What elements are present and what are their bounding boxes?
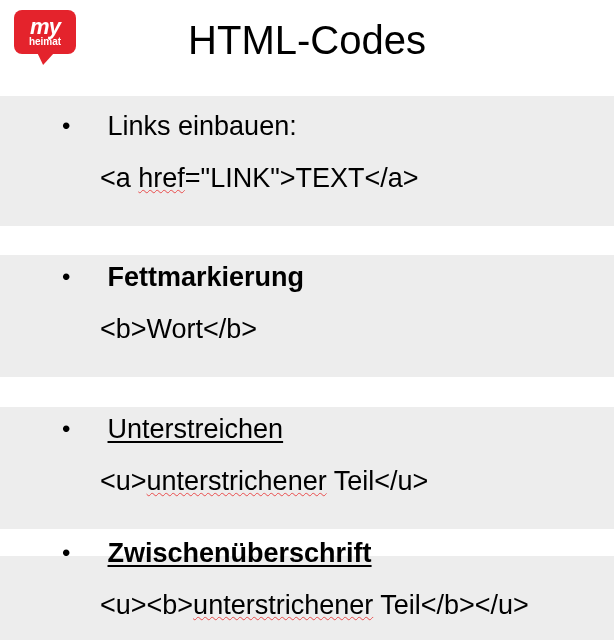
heading-text: Links einbauen: <box>108 111 297 141</box>
section-code: <b>Wort</b> <box>62 311 582 347</box>
section-heading: Unterstreichen <box>62 411 582 447</box>
section-heading: Zwischenüberschrift <box>62 535 582 571</box>
section-fettmarkierung: Fettmarkierung <b>Wort</b> <box>62 259 582 364</box>
section-zwischenueberschrift: Zwischenüberschrift <u><b>unterstrichene… <box>62 535 582 640</box>
section-code: <u><b>unterstrichener Teil</b></u> <box>62 587 582 623</box>
heading-text: Fettmarkierung <box>108 262 305 292</box>
section-code: <a href="LINK">TEXT</a> <box>62 160 582 196</box>
page-title: HTML-Codes <box>0 18 614 63</box>
code-fragment: unterstrichener <box>147 466 327 496</box>
code-fragment: unterstrichener <box>193 590 373 620</box>
heading-text: Zwischenüberschrift <box>108 538 372 568</box>
section-unterstreichen: Unterstreichen <u>unterstrichener Teil</… <box>62 411 582 516</box>
section-code: <u>unterstrichener Teil</u> <box>62 463 582 499</box>
code-fragment: href <box>138 163 185 193</box>
section-heading: Links einbauen: <box>62 108 582 144</box>
heading-text: Unterstreichen <box>108 414 284 444</box>
section-links-einbauen: Links einbauen: <a href="LINK">TEXT</a> <box>62 108 582 213</box>
section-heading: Fettmarkierung <box>62 259 582 295</box>
